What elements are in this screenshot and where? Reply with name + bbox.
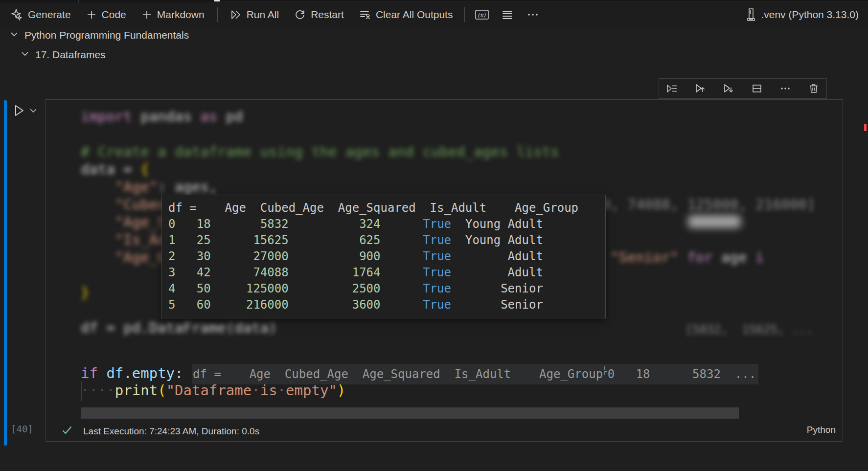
tab-bar-line [220, 1, 868, 1]
more-actions-icon[interactable] [779, 83, 791, 94]
generate-button[interactable]: Generate [11, 8, 71, 21]
run-all-label: Run All [247, 9, 279, 21]
tooltip-row: 5 60 216000 3600 True Senior [168, 297, 599, 313]
notebook-outline-row[interactable]: Python Programming Fundamentals [10, 29, 189, 41]
outline-list-icon [501, 8, 514, 21]
split-cell-icon[interactable] [751, 83, 763, 94]
code-line-dataframe: df = pd.DataFrame(data) [81, 319, 277, 336]
add-code-cell-button[interactable]: Code [86, 9, 126, 21]
restart-label: Restart [311, 9, 344, 21]
kernel-icon [745, 8, 757, 22]
cell-language-picker[interactable]: Python [807, 425, 836, 435]
active-tab-edge [214, 0, 220, 1]
execution-count: [40] [11, 424, 33, 434]
code-line-import: import pandas as pd [81, 108, 243, 125]
delete-cell-icon[interactable] [808, 83, 820, 94]
chevron-down-icon [10, 29, 19, 41]
notebook-title: Python Programming Fundamentals [24, 29, 189, 41]
clear-all-outputs-label: Clear All Outputs [376, 9, 453, 21]
code-fragment-list-hint: [5832, 15625, ... [685, 321, 813, 338]
cell-toolbar [659, 78, 827, 99]
code-line-comment: # Create a dataframe using the ages and … [81, 143, 559, 160]
run-all-icon [229, 8, 242, 21]
kernel-picker-button[interactable]: .venv (Python 3.13.0) [745, 8, 859, 22]
run-all-button[interactable]: Run All [229, 8, 279, 21]
ellipsis-icon [526, 8, 539, 21]
sparkle-icon [11, 8, 23, 21]
code-line-age: "Age": ages, [81, 178, 217, 196]
variables-icon: (x) [475, 8, 489, 21]
section-title: 17. Dataframes [35, 49, 106, 61]
toolbar-divider [217, 7, 218, 22]
code-fragment-senior: "Senior" for age i [610, 248, 764, 266]
outline-button[interactable] [501, 8, 514, 21]
add-markdown-cell-button[interactable]: Markdown [141, 9, 205, 21]
tooltip-row: 2 30 27000 900 True Adult [168, 248, 599, 265]
code-line-data-open: data = { [81, 160, 149, 178]
tooltip-row: 4 50 125000 2500 True Senior [168, 281, 599, 297]
execute-cells-icon[interactable] [666, 83, 678, 94]
generate-label: Generate [28, 9, 71, 21]
tooltip-row: 0 18 5832 324 True Young Adult [168, 216, 599, 232]
if-statement-text: if df.empty: [81, 364, 192, 382]
variables-button[interactable]: (x) [475, 8, 489, 21]
run-cell-controls[interactable] [13, 104, 37, 119]
add-markdown-label: Markdown [157, 9, 205, 21]
blurred-inline-hint [688, 215, 741, 228]
cell-selection-bar [4, 100, 7, 446]
cell-status-bar: Last Execution: 7:24:23 AM, Duration: 0.… [46, 421, 843, 442]
run-options-chevron-icon[interactable] [29, 107, 37, 116]
notebook-toolbar: Generate Code Markdown Run All Restart [0, 2, 868, 27]
kernel-label: .venv (Python 3.13.0) [761, 9, 859, 21]
clear-all-outputs-button[interactable]: Clear All Outputs [359, 8, 453, 21]
toolbar-divider [464, 7, 465, 22]
more-actions-button[interactable] [526, 8, 539, 21]
chevron-down-icon [21, 49, 29, 61]
tooltip-header-row: df = Age Cubed_Age Age_Squared Is_Adult … [168, 200, 599, 216]
last-execution-text: Last Execution: 7:24:23 AM, Duration: 0.… [83, 426, 259, 437]
overview-ruler-error-mark [864, 124, 867, 131]
restart-icon [294, 8, 306, 21]
plus-icon [86, 9, 97, 21]
add-code-label: Code [102, 9, 126, 21]
horizontal-scrollbar[interactable] [81, 407, 739, 419]
dataframe-hover-tooltip: df = Age Cubed_Age Age_Squared Is_Adult … [161, 195, 606, 318]
success-check-icon [62, 426, 72, 438]
execute-cell-and-below-icon[interactable] [723, 83, 734, 94]
restart-button[interactable]: Restart [294, 8, 344, 21]
execute-above-cells-icon[interactable] [694, 83, 706, 94]
section-outline-row[interactable]: 17. Dataframes [21, 49, 106, 61]
svg-text:(x): (x) [478, 12, 486, 19]
tooltip-row: 3 42 74088 1764 True Adult [168, 265, 599, 281]
code-line-close-brace: } [81, 284, 89, 301]
clear-all-outputs-icon [359, 8, 371, 21]
run-cell-icon[interactable] [13, 104, 25, 119]
tooltip-row: 1 25 15625 625 True Young Adult [168, 232, 599, 248]
plus-icon [141, 9, 153, 21]
code-line-print[interactable]: ····print("Dataframe·is·empty") [81, 381, 345, 399]
